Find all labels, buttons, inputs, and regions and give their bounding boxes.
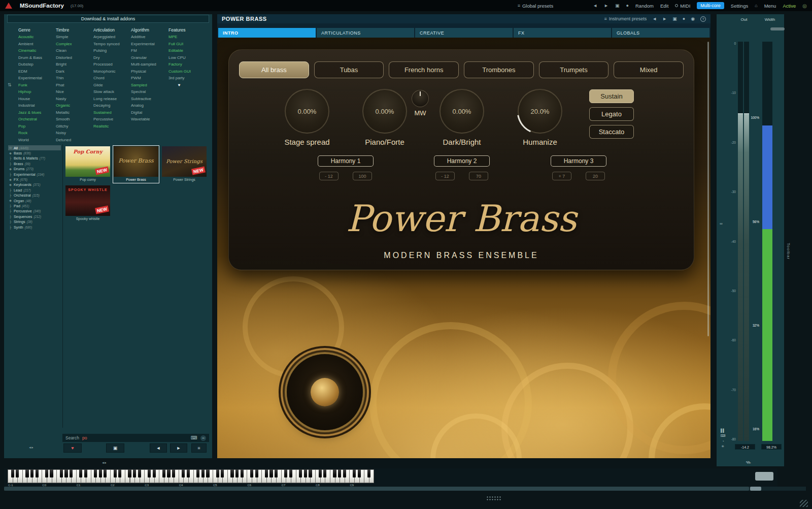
articulation-button-sustain[interactable]: Sustain bbox=[589, 89, 634, 103]
harmony-amount-value[interactable]: 70 bbox=[469, 172, 488, 180]
list-menu-button[interactable]: ≡ bbox=[191, 443, 207, 453]
stage-spread-knob[interactable]: 0.00% bbox=[285, 89, 329, 134]
piano-key-black[interactable] bbox=[289, 469, 292, 478]
home-icon[interactable]: ⌂ bbox=[755, 3, 757, 8]
preset-thumbnail-pop-corny[interactable]: Pop CornyNEWPop corny bbox=[64, 145, 111, 183]
record-icon[interactable]: ● bbox=[683, 16, 685, 21]
tree-item-bass[interactable]: ◈Bass(836) bbox=[8, 150, 61, 155]
tab-fx[interactable]: FX bbox=[514, 28, 611, 38]
filter-item-multi-sampled[interactable]: Multi-sampled bbox=[130, 61, 167, 68]
filter-item-world[interactable]: World bbox=[17, 137, 55, 144]
harmony-button-1[interactable]: Harmony 1 bbox=[318, 155, 374, 167]
filter-item-ambient[interactable]: Ambient bbox=[17, 41, 55, 48]
midi-button[interactable]: MIDI bbox=[675, 3, 690, 9]
filter-item-nasty[interactable]: Nasty bbox=[55, 96, 92, 103]
piano-key-black[interactable] bbox=[353, 469, 356, 478]
piano-key-black[interactable] bbox=[206, 469, 209, 478]
humanize-knob[interactable]: 20.0% bbox=[518, 89, 562, 134]
piano-key-black[interactable] bbox=[235, 469, 239, 478]
filter-item-edm[interactable]: EDM bbox=[17, 68, 55, 75]
left-splitter-handle[interactable]: ◄► bbox=[101, 461, 107, 464]
global-presets-button[interactable]: ≡ Global presets bbox=[518, 3, 554, 9]
piano-key-black[interactable] bbox=[30, 469, 33, 478]
horizontal-scrollbar-handle[interactable] bbox=[750, 487, 761, 491]
tab-creative[interactable]: CREATIVE bbox=[415, 28, 513, 38]
tab-globals[interactable]: GLOBALS bbox=[612, 28, 709, 38]
tree-item-fx[interactable]: ◈FX(676) bbox=[8, 177, 61, 182]
filter-item-clean[interactable]: Clean bbox=[55, 47, 92, 54]
piano-key-black[interactable] bbox=[50, 469, 53, 478]
piano-key-black[interactable] bbox=[323, 469, 326, 478]
filter-item-editable[interactable]: Editable bbox=[167, 47, 205, 54]
filter-item-experimental[interactable]: Experimental bbox=[130, 41, 167, 48]
articulation-button-staccato[interactable]: Staccato bbox=[589, 125, 634, 139]
piano-key-black[interactable] bbox=[70, 469, 73, 478]
piano-key-black[interactable] bbox=[25, 469, 28, 478]
piano-key-black[interactable] bbox=[338, 469, 341, 478]
piano-key-black[interactable] bbox=[284, 469, 287, 478]
piano-key-black[interactable] bbox=[153, 469, 156, 478]
filter-item-complex[interactable]: Complex bbox=[55, 41, 92, 48]
piano-key-black[interactable] bbox=[196, 469, 199, 478]
gear-icon[interactable]: ✳ bbox=[722, 444, 724, 449]
previous-page-button[interactable]: ◄ bbox=[150, 443, 167, 453]
content-scrollbar[interactable] bbox=[707, 42, 709, 336]
piano-key-black[interactable] bbox=[128, 469, 131, 478]
tree-item-all[interactable]: ⊙All(4449) bbox=[8, 145, 61, 150]
section-button-trumpets[interactable]: Trumpets bbox=[539, 61, 609, 78]
piano-key-black[interactable] bbox=[138, 469, 141, 478]
tree-item-bells-mallets[interactable]: ├Bells & Mallets(77) bbox=[8, 156, 61, 161]
filter-item-glide[interactable]: Glide bbox=[92, 82, 130, 89]
filter-item-factory[interactable]: Factory bbox=[167, 61, 205, 68]
piano-key-black[interactable] bbox=[250, 469, 253, 478]
search-bar[interactable]: Search po ⌨ − bbox=[62, 434, 209, 442]
section-button-mixed[interactable]: Mixed bbox=[614, 61, 684, 78]
filter-item-processed[interactable]: Processed bbox=[92, 61, 130, 68]
harmony-interval-value[interactable]: - 12 bbox=[319, 172, 339, 180]
section-button-trombones[interactable]: Trombones bbox=[464, 61, 534, 78]
settings-button[interactable]: Settings bbox=[731, 3, 748, 9]
filter-item-physical[interactable]: Physical bbox=[130, 68, 167, 75]
tree-item-organ[interactable]: ◈Organ(48) bbox=[8, 198, 61, 203]
filter-item-organic[interactable]: Organic bbox=[55, 102, 92, 109]
piano-key-black[interactable] bbox=[265, 469, 268, 478]
piano-key-black[interactable] bbox=[216, 469, 219, 478]
piano-key-black[interactable] bbox=[60, 469, 63, 478]
filter-item-acoustic[interactable]: Acoustic bbox=[17, 34, 55, 41]
harmony-button-2[interactable]: Harmony 2 bbox=[434, 155, 490, 167]
filter-item-monophonic[interactable]: Monophonic bbox=[92, 68, 130, 75]
piano-forte-knob[interactable]: 0.00% bbox=[362, 89, 407, 134]
filter-item-pop[interactable]: Pop bbox=[17, 123, 55, 130]
piano-key-black[interactable] bbox=[79, 469, 82, 478]
filter-item-fm[interactable]: FM bbox=[130, 47, 167, 54]
instrument-presets-button[interactable]: ≡ Instrument presets bbox=[604, 16, 647, 21]
piano-key-black[interactable] bbox=[309, 469, 312, 478]
toolbar-tab[interactable]: Toolbar bbox=[785, 218, 791, 284]
filter-item-pwm[interactable]: PWM bbox=[130, 75, 167, 82]
filter-item-industrial[interactable]: Industrial bbox=[17, 102, 55, 109]
screenshot-icon[interactable]: ▣ bbox=[672, 16, 677, 21]
horizontal-scrollbar-thumb[interactable] bbox=[4, 487, 749, 491]
help-icon[interactable]: ? bbox=[700, 16, 706, 22]
piano-key-black[interactable] bbox=[148, 469, 151, 478]
tree-item-lead[interactable]: ├Lead(217) bbox=[8, 187, 61, 193]
filter-item-metallic[interactable]: Metallic bbox=[55, 109, 92, 116]
keyboard-zoom-control[interactable] bbox=[755, 472, 773, 481]
piano-key-black[interactable] bbox=[230, 469, 233, 478]
harmony-button-3[interactable]: Harmony 3 bbox=[551, 155, 606, 167]
tree-item-drums[interactable]: ◈Drums(273) bbox=[8, 167, 61, 172]
filter-item-drum-bass[interactable]: Drum & Bass bbox=[17, 54, 55, 61]
filter-item-percussive[interactable]: Percussive bbox=[92, 116, 130, 123]
filter-item-realistic[interactable]: Realistic bbox=[92, 123, 130, 130]
filter-item-dry[interactable]: Dry bbox=[92, 54, 130, 61]
filter-item-decaying[interactable]: Decaying bbox=[92, 102, 130, 109]
piano-key-black[interactable] bbox=[319, 469, 322, 478]
filter-item-full-gui[interactable]: Full GUI bbox=[167, 41, 205, 48]
piano-key-black[interactable] bbox=[36, 469, 39, 478]
piano-key-black[interactable] bbox=[333, 469, 336, 478]
piano-key-black[interactable] bbox=[84, 469, 87, 478]
menu-button[interactable]: Menu bbox=[764, 3, 776, 9]
pause-icon[interactable]: ▌▌ bbox=[721, 429, 725, 432]
piano-key-black[interactable] bbox=[99, 469, 102, 478]
meter-scrollbar[interactable] bbox=[770, 27, 785, 30]
